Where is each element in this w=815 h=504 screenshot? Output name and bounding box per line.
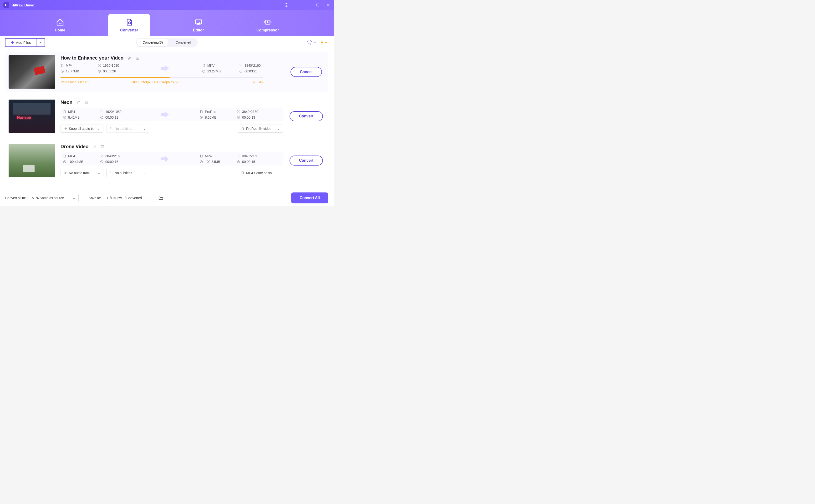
audio-icon	[64, 127, 67, 130]
svg-rect-18	[308, 41, 311, 44]
minimize-button[interactable]	[305, 3, 309, 7]
thumbnail[interactable]	[9, 144, 55, 177]
chevron-down-icon	[39, 41, 42, 43]
compressor-icon	[263, 18, 272, 26]
subtitle-icon	[109, 127, 113, 130]
chevron-down-icon: ⌄	[97, 171, 100, 175]
app-logo-icon: U	[3, 2, 9, 8]
info-icon[interactable]	[135, 56, 140, 60]
tab-converted[interactable]: Converted	[170, 39, 197, 46]
lightning-icon	[319, 39, 325, 45]
file-icon	[61, 64, 64, 67]
convert-all-to-label: Convert all to:	[5, 196, 26, 200]
cancel-button[interactable]: Cancel	[290, 67, 322, 77]
file-icon	[202, 64, 205, 67]
subtitle-select[interactable]: No subtitles ⌄	[106, 125, 149, 133]
rename-icon[interactable]	[92, 145, 96, 149]
audio-icon	[64, 171, 67, 175]
save-to-label: Save to:	[89, 196, 101, 200]
file-title: How to Enhance your Video	[61, 55, 123, 61]
file-icon	[241, 171, 244, 175]
progress-bar	[61, 77, 263, 78]
convert-button[interactable]: Convert	[289, 111, 323, 121]
footer-bar: Convert all to: MP4-Same as source ⌄ Sav…	[0, 189, 333, 206]
open-folder-button[interactable]	[157, 194, 165, 202]
gpu-toggle[interactable]: on	[307, 40, 316, 45]
info-icon[interactable]	[100, 145, 105, 149]
editor-icon	[194, 18, 202, 26]
nav-home[interactable]: Home	[45, 15, 75, 36]
toolbar: Add Files Converting(3) Converted on on	[0, 36, 333, 49]
output-format-select[interactable]: MP4-Same as so... ⌄	[238, 169, 283, 177]
tab-converting[interactable]: Converting(3)	[137, 39, 168, 46]
status-tabs: Converting(3) Converted	[136, 38, 197, 47]
save-to-select[interactable]: D:\HitPaw ...\Converted ⌄	[104, 194, 154, 202]
size-icon	[61, 70, 64, 73]
nav-editor-label: Editor	[193, 28, 204, 32]
arrow-right-icon	[161, 111, 169, 118]
chevron-down-icon: ⌄	[97, 127, 100, 131]
chevron-down-icon: ⌄	[277, 171, 280, 175]
file-icon	[241, 127, 244, 130]
subtitle-select[interactable]: No subtitles ⌄	[106, 169, 149, 177]
file-card: Drone Video MP4 3840*2160 100.44MB 00:00…	[5, 141, 328, 181]
svg-point-1	[286, 4, 287, 5]
svg-rect-6	[317, 4, 319, 6]
nav-converter[interactable]: Converter	[108, 14, 150, 36]
nav-converter-label: Converter	[120, 28, 138, 32]
clock-icon	[239, 70, 242, 73]
subtitle-icon	[109, 171, 113, 175]
app-title: HitPaw Univd	[11, 3, 34, 7]
add-files-dropdown[interactable]	[36, 38, 45, 47]
thumbnail[interactable]	[9, 55, 55, 89]
add-files-label: Add Files	[16, 40, 31, 45]
folder-icon	[158, 195, 164, 201]
output-format-select[interactable]: ProRes-4K video ⌄	[238, 125, 283, 133]
convert-button[interactable]: Convert	[289, 156, 323, 166]
home-icon	[56, 18, 64, 26]
info-icon[interactable]	[84, 100, 89, 105]
close-button[interactable]	[326, 3, 330, 7]
rename-icon[interactable]	[76, 100, 81, 105]
accel-toggle-label: on	[325, 41, 328, 44]
progress-percent: 54%	[257, 80, 264, 84]
gpu-toggle-label: on	[313, 41, 316, 44]
arrow-right-icon	[161, 65, 169, 72]
add-files-button[interactable]: Add Files	[5, 38, 36, 47]
chevron-down-icon: ⌄	[148, 196, 151, 200]
maximize-button[interactable]	[316, 3, 320, 7]
remaining-label: Remaining: 00 : 28	[61, 80, 89, 84]
converter-icon	[125, 18, 133, 26]
convert-all-to-select[interactable]: MP4-Same as source ⌄	[29, 194, 79, 202]
nav-editor[interactable]: Editor	[183, 15, 213, 36]
lightning-icon	[252, 80, 256, 84]
accel-toggle[interactable]: on	[319, 39, 328, 45]
file-title: Neon	[61, 100, 72, 105]
gpu-label: GPU: Intel(R) UHD Graphics 630	[131, 80, 180, 84]
audio-track-select[interactable]: No audio track ⌄	[61, 169, 103, 177]
size-icon	[202, 70, 205, 73]
main-nav: Home Converter Editor Compressor	[0, 10, 333, 36]
resolution-icon	[239, 64, 242, 67]
account-icon[interactable]	[284, 3, 288, 7]
audio-track-select[interactable]: Keep all audio tr... ⌄	[61, 125, 103, 133]
file-card: How to Enhance your Video MP4 1920*1080 …	[5, 52, 328, 92]
convert-all-button[interactable]: Convert All	[291, 192, 328, 203]
file-list: How to Enhance your Video MP4 1920*1080 …	[0, 49, 333, 189]
nav-compressor-label: Compressor	[256, 28, 279, 32]
chevron-down-icon: ⌄	[143, 127, 146, 131]
file-title: Drone Video	[61, 144, 88, 149]
resolution-icon	[98, 64, 101, 67]
gpu-chip-icon	[307, 40, 312, 45]
svg-marker-15	[267, 21, 268, 23]
rename-icon[interactable]	[127, 56, 131, 60]
menu-icon[interactable]	[295, 3, 299, 7]
chevron-down-icon: ⌄	[277, 127, 280, 131]
nav-compressor[interactable]: Compressor	[247, 15, 288, 36]
thumbnail[interactable]	[9, 100, 55, 133]
titlebar: U HitPaw Univd	[0, 0, 333, 10]
chevron-down-icon: ⌄	[73, 196, 76, 200]
arrow-right-icon	[161, 156, 169, 162]
plus-icon	[11, 41, 14, 44]
chevron-down-icon: ⌄	[143, 171, 146, 175]
